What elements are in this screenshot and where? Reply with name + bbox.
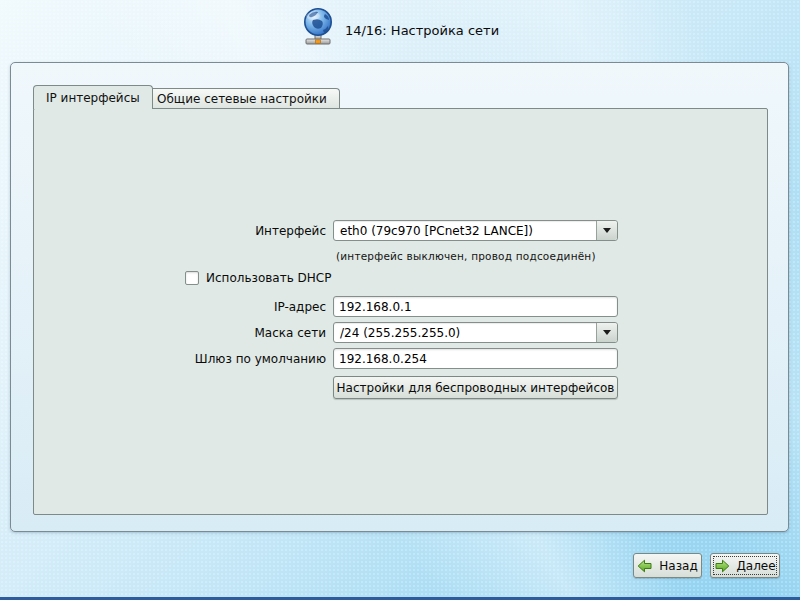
gateway-label: Шлюз по умолчанию	[34, 352, 326, 366]
next-button[interactable]: Далее	[710, 553, 780, 578]
netmask-label: Маска сети	[34, 326, 326, 340]
interface-selected-value: eth0 (79c970 [PCnet32 LANCE])	[334, 221, 596, 240]
netmask-selected-value: /24 (255.255.255.0)	[334, 323, 596, 342]
wizard-panel: IP интерфейсы Общие сетевые настройки Ин…	[10, 62, 789, 532]
interface-status-note: (интерфейс выключен, провод подсоединён)	[336, 250, 596, 262]
netmask-row: Маска сети /24 (255.255.255.0)	[34, 322, 618, 343]
interface-select[interactable]: eth0 (79c970 [PCnet32 LANCE])	[333, 220, 618, 241]
arrow-right-icon	[714, 559, 730, 573]
dhcp-label: Использовать DHCP	[206, 271, 331, 285]
tab-content-ip-interfaces: Интерфейс eth0 (79c970 [PCnet32 LANCE]) …	[33, 108, 768, 515]
ip-row: IP-адрес	[34, 296, 618, 317]
interface-dropdown-button[interactable]	[596, 221, 617, 240]
interface-label: Интерфейс	[34, 224, 326, 238]
gateway-row: Шлюз по умолчанию	[34, 348, 618, 369]
back-button-label: Назад	[659, 559, 697, 573]
arrow-left-icon	[637, 559, 653, 573]
chevron-down-icon	[603, 330, 611, 335]
tab-label: Общие сетевые настройки	[157, 92, 327, 106]
tab-general-network-settings[interactable]: Общие сетевые настройки	[144, 88, 340, 109]
back-button[interactable]: Назад	[633, 553, 702, 578]
ip-input[interactable]	[333, 296, 618, 317]
dhcp-checkbox[interactable]	[185, 271, 199, 285]
gateway-input[interactable]	[333, 348, 618, 369]
network-globe-icon	[301, 7, 335, 53]
tab-ip-interfaces[interactable]: IP интерфейсы	[33, 85, 153, 109]
next-button-label: Далее	[736, 559, 775, 573]
netmask-select[interactable]: /24 (255.255.255.0)	[333, 322, 618, 343]
ip-label: IP-адрес	[34, 300, 326, 314]
netmask-dropdown-button[interactable]	[596, 323, 617, 342]
chevron-down-icon	[603, 228, 611, 233]
wizard-header: 14/16: Настройка сети	[0, 6, 800, 54]
wireless-settings-button[interactable]: Настройки для беспроводных интерфейсов	[333, 376, 618, 399]
dhcp-row[interactable]: Использовать DHCP	[185, 271, 331, 285]
tab-label: IP интерфейсы	[46, 91, 140, 105]
wireless-row: Настройки для беспроводных интерфейсов	[34, 376, 618, 399]
page-title: 14/16: Настройка сети	[345, 23, 499, 38]
interface-row: Интерфейс eth0 (79c970 [PCnet32 LANCE])	[34, 220, 618, 241]
